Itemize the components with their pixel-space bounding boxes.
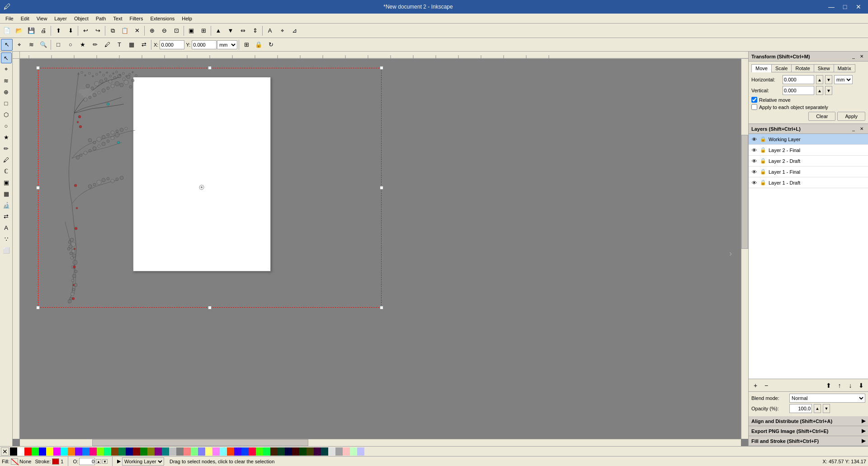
palette-color-008040[interactable] <box>118 447 126 456</box>
ungroup-button[interactable]: ⊞ <box>198 25 209 37</box>
export-png-panel[interactable]: Export PNG Image (Shift+Ctrl+E) ▶ <box>749 426 868 436</box>
undo-button[interactable]: ↩ <box>80 25 91 37</box>
menubar-item-layer[interactable]: Layer <box>51 15 71 22</box>
open-button[interactable]: 📂 <box>13 25 25 37</box>
toolbox-pen[interactable]: 🖊 <box>1 154 12 165</box>
zoom-tool-button[interactable]: 🔍 <box>38 39 49 51</box>
raise-button[interactable]: ▲ <box>212 25 224 37</box>
export-button[interactable]: ⬇ <box>65 25 76 37</box>
toolbox-calligraphy[interactable]: ℂ <box>1 166 12 176</box>
scrollbar-horizontal[interactable] <box>20 439 741 446</box>
palette-color-ff00ff[interactable] <box>53 447 61 456</box>
node-tool-button[interactable]: ⌖ <box>13 39 25 51</box>
toolbox-gradient[interactable]: ▦ <box>1 188 12 199</box>
palette-color-ff4000[interactable] <box>227 447 234 456</box>
palette-color-80ff00[interactable] <box>97 447 104 456</box>
transform-panel-close[interactable]: ✕ <box>858 53 865 60</box>
palette-color-000040[interactable] <box>285 447 292 456</box>
toolbox-rect[interactable]: □ <box>1 98 12 109</box>
unit-select[interactable]: mmpxcm <box>834 75 853 84</box>
fill-stroke-panel[interactable]: Fill and Stroke (Shift+Ctrl+F) ▶ <box>749 436 868 446</box>
connector-tool-button[interactable]: ⇄ <box>138 39 150 51</box>
layer-item-working[interactable]: 👁 🔒 Working Layer <box>749 134 868 145</box>
palette-color-00ffff[interactable] <box>61 447 68 456</box>
tab-scale[interactable]: Scale <box>771 64 792 72</box>
save-button[interactable]: 💾 <box>25 25 37 37</box>
menubar-item-extensions[interactable]: Extensions <box>146 15 178 22</box>
menubar-item-file[interactable]: File <box>2 15 17 22</box>
no-color-button[interactable]: ✕ <box>1 447 9 456</box>
circle-tool-button[interactable]: ○ <box>65 39 76 51</box>
vertical-down-btn[interactable]: ▼ <box>825 86 832 95</box>
relative-move-checkbox[interactable] <box>751 97 757 103</box>
toolbox-text[interactable]: A <box>1 222 12 233</box>
palette-color-a0a0a0[interactable] <box>335 447 343 456</box>
layer-2draft-lock[interactable]: 🔒 <box>760 157 767 165</box>
palette-color-8000ff[interactable] <box>75 447 82 456</box>
palette-color-ffffff[interactable] <box>17 447 24 456</box>
delete-button[interactable]: ✕ <box>131 25 143 37</box>
toolbox-3dbox[interactable]: ⬡ <box>1 109 12 120</box>
toolbox-node[interactable]: ⌖ <box>1 64 12 75</box>
vertical-up-btn[interactable]: ▲ <box>816 86 823 95</box>
opacity-down-btn[interactable]: ▼ <box>823 404 830 413</box>
palette-color-ff8080[interactable] <box>184 447 191 456</box>
layer-2final-lock[interactable]: 🔒 <box>760 147 767 154</box>
canvas-viewport[interactable]: › <box>20 59 741 439</box>
tab-matrix[interactable]: Matrix <box>834 64 855 72</box>
opacity-up-btn[interactable]: ▲ <box>814 404 821 413</box>
zoom-out-button[interactable]: ⊖ <box>158 25 170 37</box>
toolbox-connector[interactable]: ⇄ <box>1 211 12 222</box>
stroke-color-box[interactable] <box>52 458 59 465</box>
zoom-fit-button[interactable]: ⊡ <box>170 25 182 37</box>
minimize-button[interactable]: — <box>826 2 837 11</box>
palette-color-00ff40[interactable] <box>263 447 270 456</box>
print-button[interactable]: 🖨 <box>38 25 49 37</box>
pencil-tool-button[interactable]: ✏ <box>89 39 101 51</box>
palette-color-c0c0c0[interactable] <box>169 447 176 456</box>
close-button[interactable]: ✕ <box>853 2 864 11</box>
x-input[interactable] <box>160 40 184 49</box>
palette-color-004040[interactable] <box>321 447 328 456</box>
palette-color-ffff00[interactable] <box>46 447 53 456</box>
tab-skew[interactable]: Skew <box>814 64 834 72</box>
scrollbar-vertical[interactable] <box>741 59 748 439</box>
layer-status-select[interactable]: Working Layer Layer 2 - Final Layer 2 - … <box>122 457 164 466</box>
palette-color-000080[interactable] <box>126 447 133 456</box>
palette-color-c0c0ff[interactable] <box>357 447 364 456</box>
layer-1draft-eye[interactable]: 👁 <box>750 179 758 186</box>
palette-color-808080[interactable] <box>176 447 184 456</box>
palette-color-ff8000[interactable] <box>68 447 75 456</box>
layer-item-2final[interactable]: 👁 🔒 Layer 2 - Final <box>749 145 868 156</box>
toolbox-circle[interactable]: ○ <box>1 120 12 131</box>
palette-color-400000[interactable] <box>292 447 299 456</box>
paste-button[interactable]: 📋 <box>119 25 131 37</box>
palette-color-008080[interactable] <box>162 447 169 456</box>
palette-color-00ff00[interactable] <box>32 447 39 456</box>
opacity-status-up[interactable]: ▲ <box>96 459 101 464</box>
pen-tool-button[interactable]: 🖊 <box>101 39 113 51</box>
palette-color-e0e0e0[interactable] <box>328 447 335 456</box>
layers-panel-minimize[interactable]: _ <box>850 125 857 133</box>
opacity-status-down[interactable]: ▼ <box>102 459 108 464</box>
tab-rotate[interactable]: Rotate <box>791 64 813 72</box>
node-button[interactable]: ⌖ <box>276 25 288 37</box>
layer-item-2draft[interactable]: 👁 🔒 Layer 2 - Draft <box>749 156 868 166</box>
palette-color-00ff80[interactable] <box>104 447 111 456</box>
palette-color-804000[interactable] <box>111 447 118 456</box>
layer-lower-to-button[interactable]: ⬇ <box>856 380 866 390</box>
palette-color-008000[interactable] <box>140 447 147 456</box>
menubar-item-filters[interactable]: Filters <box>126 15 147 22</box>
menubar-item-edit[interactable]: Edit <box>17 15 33 22</box>
palette-color-4000ff[interactable] <box>234 447 241 456</box>
maximize-button[interactable]: □ <box>839 2 851 11</box>
zoom-in-button[interactable]: ⊕ <box>146 25 158 37</box>
layer-item-1final[interactable]: 👁 🔒 Layer 1 - Final <box>749 166 868 177</box>
toolbox-spray[interactable]: ∵ <box>1 233 12 244</box>
redo-button[interactable]: ↪ <box>92 25 104 37</box>
import-button[interactable]: ⬆ <box>52 25 64 37</box>
palette-color-c0ffc0[interactable] <box>350 447 357 456</box>
menubar-item-view[interactable]: View <box>33 15 51 22</box>
toolbox-zoom[interactable]: ⊕ <box>1 86 12 97</box>
palette-color-0040ff[interactable] <box>241 447 249 456</box>
